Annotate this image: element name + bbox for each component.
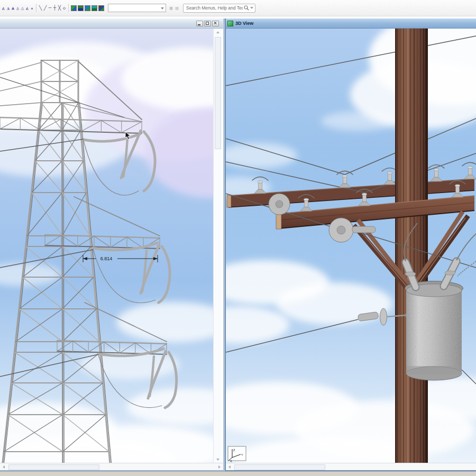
left-horizontal-scrollbar[interactable] xyxy=(0,463,223,470)
axes-widget: Z Y X xyxy=(228,446,246,463)
view-icon-4[interactable] xyxy=(91,5,97,11)
line-tool-icon-2[interactable]: ╱ xyxy=(43,4,48,12)
toolbar-separator xyxy=(68,4,69,12)
line-tool-icon-6[interactable]: ◇ xyxy=(62,4,67,12)
line-tool-icon-5[interactable]: ╳ xyxy=(57,4,62,12)
left-vertical-scrollbar[interactable] xyxy=(213,29,222,463)
disabled-tool-icon-1: ▦ xyxy=(169,4,173,12)
application-window: ◭ ◮ ▲ ◬ △ ◭ ▴ ╲ ╱ ─ ┼ ╳ ◇ xyxy=(0,0,476,476)
left-3d-viewport[interactable]: 6.814 xyxy=(0,29,215,463)
axis-y-label: Y xyxy=(241,453,243,456)
toolbar-group-structures: ◭ ◮ ▲ ◬ △ ◭ ▴ xyxy=(1,4,34,12)
line-tool-icon-3[interactable]: ─ xyxy=(48,4,52,12)
toolbar-group-disabled: ▦ ▤ xyxy=(168,4,180,12)
structure-tool-icon-4[interactable]: ◬ xyxy=(15,4,20,12)
minimize-button[interactable] xyxy=(196,21,203,26)
structure-tool-icon-3[interactable]: ▲ xyxy=(11,4,15,12)
scroll-right-button[interactable] xyxy=(216,463,223,470)
scroll-thumb[interactable] xyxy=(8,464,99,470)
right-window-title: 3D View xyxy=(235,21,253,26)
transformer xyxy=(405,281,463,381)
structure-tool-icon-6[interactable]: ◭ xyxy=(25,4,30,12)
restore-button[interactable] xyxy=(204,21,211,26)
left-window-titlebar[interactable] xyxy=(0,19,223,29)
toolbar-group-views xyxy=(70,5,105,11)
scroll-thumb[interactable] xyxy=(215,37,221,149)
chevron-down-icon[interactable] xyxy=(161,7,164,10)
wood-pole xyxy=(395,29,428,463)
disabled-tool-icon-2: ▤ xyxy=(175,4,179,12)
scroll-left-button[interactable] xyxy=(226,463,233,470)
restore-icon xyxy=(206,22,209,25)
status-bar xyxy=(0,471,476,476)
toolbar-combobox[interactable] xyxy=(108,4,166,12)
left-view-window: 6.814 xyxy=(0,19,225,471)
close-button[interactable] xyxy=(212,21,219,26)
view-icon-1[interactable] xyxy=(71,5,77,11)
main-toolbar: ◭ ◮ ▲ ◬ △ ◭ ▴ ╲ ╱ ─ ┼ ╳ ◇ xyxy=(0,0,476,16)
3d-view-window: 3D View xyxy=(225,19,476,471)
structure-tool-icon-7[interactable]: ▴ xyxy=(30,4,34,12)
search-dropdown-chevron[interactable] xyxy=(250,7,253,9)
scroll-thumb[interactable] xyxy=(234,464,325,470)
right-3d-viewport[interactable]: Z Y X xyxy=(226,29,476,463)
search-box xyxy=(183,4,255,13)
structure-tool-icon-2[interactable]: ◮ xyxy=(6,4,11,12)
dimension-label: 6.814 xyxy=(100,256,113,261)
right-window-titlebar[interactable]: 3D View xyxy=(226,19,476,29)
view-icon-5[interactable] xyxy=(98,5,104,11)
scroll-left-button[interactable] xyxy=(0,463,7,470)
minimize-icon xyxy=(198,24,200,25)
line-tool-icon-4[interactable]: ┼ xyxy=(52,4,57,12)
toolbar-separator xyxy=(36,4,36,12)
view-icon-3[interactable] xyxy=(85,5,90,11)
scroll-up-button[interactable] xyxy=(214,29,222,36)
scroll-down-button[interactable] xyxy=(214,456,222,463)
structure-tool-icon-1[interactable]: ◭ xyxy=(1,4,6,12)
toolbar-group-line-tools: ╲ ╱ ─ ┼ ╳ ◇ xyxy=(38,4,67,12)
view-icon-2[interactable] xyxy=(78,5,84,11)
right-horizontal-scrollbar[interactable] xyxy=(226,463,476,470)
search-icon[interactable] xyxy=(244,5,249,11)
left-window-controls xyxy=(196,21,219,26)
structure-tool-icon-5[interactable]: △ xyxy=(20,4,25,12)
line-tool-icon-1[interactable]: ╲ xyxy=(38,4,43,12)
search-input[interactable] xyxy=(185,5,244,11)
3d-view-window-icon xyxy=(227,21,233,26)
